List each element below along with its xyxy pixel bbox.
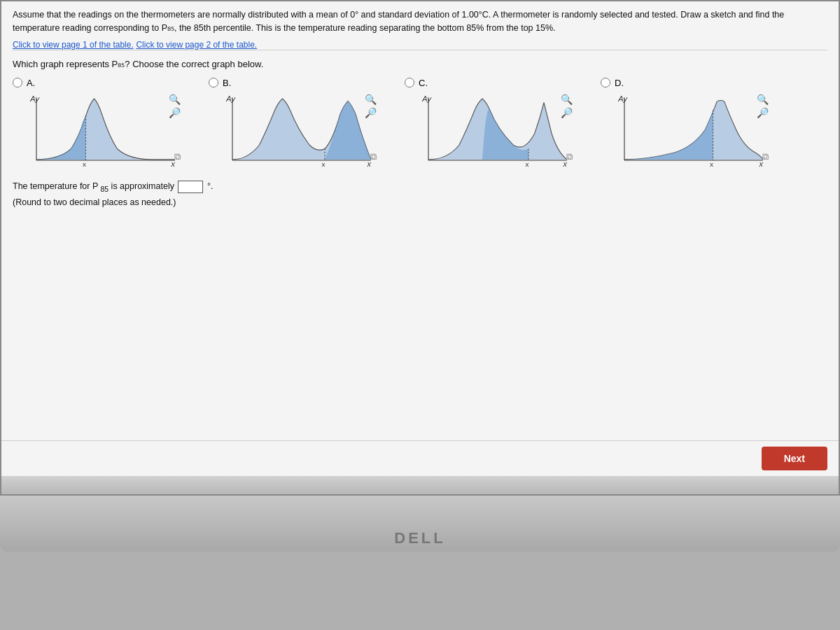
zoom-out-icon-a[interactable]: 🔎 [169,107,181,118]
table-link-1[interactable]: Click to view page 1 of the table. [13,40,134,50]
question-text: Which graph represents P₈₅? Choose the c… [13,59,827,69]
laptop-base: DELL [0,496,840,552]
zoom-out-icon-d[interactable]: 🔎 [757,107,769,118]
answer-label-2: is approximately [111,181,174,191]
option-c-text: C. [419,78,428,88]
option-b-radio[interactable] [209,78,218,88]
next-button[interactable]: Next [762,447,827,470]
zoom-in-icon-d[interactable]: 🔍 [757,94,769,105]
graph-b-zoom-controls[interactable]: 🔍 🔎 [365,94,377,118]
option-d-label[interactable]: D. [601,78,624,88]
graph-c-zoom-controls[interactable]: 🔍 🔎 [561,94,573,118]
option-a-radio[interactable] [13,78,22,88]
answer-label-3: °. [207,181,213,191]
expand-icon-b[interactable]: ⧉ [370,151,377,162]
option-a-label[interactable]: A. [13,78,35,88]
svg-text:x: x [710,160,713,167]
graph-a: Ay x x 🔍 🔎 ⧉ [25,91,186,168]
graph-a-svg: Ay x x [25,91,186,168]
graph-d-zoom-controls[interactable]: 🔍 🔎 [757,94,769,118]
svg-text:Ay: Ay [421,94,432,103]
option-d-container: D. Ay x x [601,78,797,168]
expand-icon-d[interactable]: ⧉ [762,151,769,162]
option-d-text: D. [615,78,624,88]
svg-text:x: x [526,160,529,167]
table-link-2[interactable]: Click to view page 2 of the table. [136,40,257,50]
divider [13,50,827,50]
options-row: A. Ay x [13,78,827,168]
option-c-radio[interactable] [405,78,414,88]
expand-icon-a[interactable]: ⧉ [174,151,181,162]
svg-text:Ay: Ay [617,94,628,103]
answer-row: The temperature for P 85 is approximatel… [13,181,827,193]
bottom-bar: Next [1,440,839,476]
option-d-radio[interactable] [601,78,610,88]
zoom-out-icon-b[interactable]: 🔎 [365,107,377,118]
zoom-out-icon-c[interactable]: 🔎 [561,107,573,118]
graph-b: Ay x x 🔍 🔎 ⧉ [221,91,382,168]
graph-c: Ay x x 🔍 🔎 ⧉ [417,91,578,168]
laptop-bezel [0,476,840,496]
zoom-in-icon-b[interactable]: 🔍 [365,94,377,105]
dell-logo-base: DELL [394,529,445,547]
option-c-container: C. Ay x x [405,78,601,168]
option-b-text: B. [223,78,231,88]
option-b-container: B. Ay x x [209,78,405,168]
option-b-label[interactable]: B. [209,78,231,88]
svg-text:Ay: Ay [225,94,236,103]
option-a-text: A. [27,78,35,88]
answer-input[interactable] [178,181,203,193]
svg-text:Ay: Ay [29,94,40,103]
answer-label-1: The temperature for P [13,181,98,191]
graph-b-svg: Ay x x [221,91,382,168]
graph-a-zoom-controls[interactable]: 🔍 🔎 [169,94,181,118]
graph-d-svg: Ay x x [613,91,774,168]
option-a-container: A. Ay x [13,78,209,168]
option-c-label[interactable]: C. [405,78,428,88]
svg-text:x: x [322,160,326,167]
problem-text: Assume that the readings on the thermome… [13,8,827,35]
expand-icon-c[interactable]: ⧉ [566,151,573,162]
answer-note: (Round to two decimal places as needed.) [13,197,827,207]
answer-subscript: 85 [101,185,109,192]
table-links: Click to view page 1 of the table. Click… [13,39,827,50]
zoom-in-icon-c[interactable]: 🔍 [561,94,573,105]
svg-text:x: x [83,160,86,167]
zoom-in-icon-a[interactable]: 🔍 [169,94,181,105]
graph-c-svg: Ay x x [417,91,578,168]
graph-d: Ay x x 🔍 🔎 ⧉ [613,91,774,168]
